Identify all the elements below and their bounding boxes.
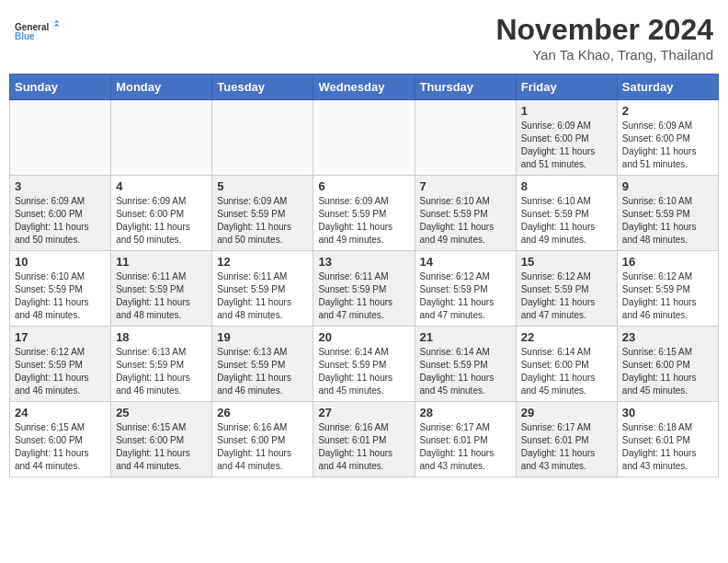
calendar-cell: 11Sunrise: 6:11 AM Sunset: 5:59 PM Dayli…: [111, 251, 212, 327]
week-row-1: 1Sunrise: 6:09 AM Sunset: 6:00 PM Daylig…: [10, 100, 719, 176]
calendar-cell: 2Sunrise: 6:09 AM Sunset: 6:00 PM Daylig…: [617, 100, 718, 176]
day-info: Sunrise: 6:12 AM Sunset: 5:59 PM Dayligh…: [15, 346, 106, 397]
calendar-cell: 6Sunrise: 6:09 AM Sunset: 5:59 PM Daylig…: [313, 176, 415, 251]
calendar-cell: 13Sunrise: 6:11 AM Sunset: 5:59 PM Dayli…: [313, 251, 415, 327]
day-info: Sunrise: 6:10 AM Sunset: 5:59 PM Dayligh…: [521, 195, 612, 247]
day-info: Sunrise: 6:13 AM Sunset: 5:59 PM Dayligh…: [116, 346, 207, 397]
day-info: Sunrise: 6:09 AM Sunset: 5:59 PM Dayligh…: [318, 195, 409, 247]
calendar-cell: 15Sunrise: 6:12 AM Sunset: 5:59 PM Dayli…: [516, 251, 617, 327]
day-info: Sunrise: 6:09 AM Sunset: 6:00 PM Dayligh…: [622, 120, 713, 171]
day-info: Sunrise: 6:10 AM Sunset: 5:59 PM Dayligh…: [15, 270, 106, 322]
day-number: 6: [318, 179, 409, 193]
logo: General Blue: [15, 13, 61, 52]
calendar-cell: 28Sunrise: 6:17 AM Sunset: 6:01 PM Dayli…: [415, 402, 516, 477]
day-info: Sunrise: 6:14 AM Sunset: 5:59 PM Dayligh…: [420, 346, 511, 397]
day-info: Sunrise: 6:09 AM Sunset: 5:59 PM Dayligh…: [217, 195, 308, 247]
day-number: 22: [521, 330, 612, 344]
day-info: Sunrise: 6:12 AM Sunset: 5:59 PM Dayligh…: [420, 270, 511, 322]
day-info: Sunrise: 6:11 AM Sunset: 5:59 PM Dayligh…: [318, 270, 409, 322]
day-info: Sunrise: 6:10 AM Sunset: 5:59 PM Dayligh…: [420, 195, 511, 247]
day-info: Sunrise: 6:14 AM Sunset: 6:00 PM Dayligh…: [521, 346, 612, 397]
calendar-cell: 3Sunrise: 6:09 AM Sunset: 6:00 PM Daylig…: [10, 176, 111, 251]
header-monday: Monday: [111, 75, 212, 100]
day-number: 15: [521, 255, 612, 269]
calendar-cell: 19Sunrise: 6:13 AM Sunset: 5:59 PM Dayli…: [212, 327, 313, 402]
day-number: 12: [217, 255, 308, 269]
day-number: 26: [217, 406, 308, 419]
day-info: Sunrise: 6:18 AM Sunset: 6:01 PM Dayligh…: [622, 421, 713, 473]
day-info: Sunrise: 6:09 AM Sunset: 6:00 PM Dayligh…: [521, 120, 612, 171]
week-row-5: 24Sunrise: 6:15 AM Sunset: 6:00 PM Dayli…: [10, 402, 719, 477]
calendar-cell: 9Sunrise: 6:10 AM Sunset: 5:59 PM Daylig…: [617, 176, 718, 251]
calendar-cell: 4Sunrise: 6:09 AM Sunset: 6:00 PM Daylig…: [111, 176, 212, 251]
day-info: Sunrise: 6:10 AM Sunset: 5:59 PM Dayligh…: [622, 195, 713, 247]
day-number: 18: [116, 330, 207, 344]
day-number: 7: [420, 179, 511, 193]
calendar-cell: [313, 100, 415, 176]
calendar-table: SundayMondayTuesdayWednesdayThursdayFrid…: [9, 74, 719, 477]
day-info: Sunrise: 6:12 AM Sunset: 5:59 PM Dayligh…: [521, 270, 612, 322]
day-number: 9: [622, 179, 713, 193]
day-number: 30: [622, 406, 713, 419]
day-info: Sunrise: 6:12 AM Sunset: 5:59 PM Dayligh…: [622, 270, 713, 322]
calendar-cell: [212, 100, 313, 176]
day-number: 19: [217, 330, 308, 344]
day-number: 2: [622, 104, 713, 118]
day-number: 27: [318, 406, 409, 419]
week-row-4: 17Sunrise: 6:12 AM Sunset: 5:59 PM Dayli…: [10, 327, 719, 402]
calendar-cell: 16Sunrise: 6:12 AM Sunset: 5:59 PM Dayli…: [617, 251, 718, 327]
day-number: 16: [622, 255, 713, 269]
month-title: November 2024: [495, 13, 713, 47]
day-number: 3: [15, 179, 106, 193]
calendar-cell: [415, 100, 516, 176]
day-info: Sunrise: 6:09 AM Sunset: 6:00 PM Dayligh…: [116, 195, 207, 247]
day-number: 8: [521, 179, 612, 193]
calendar-cell: 12Sunrise: 6:11 AM Sunset: 5:59 PM Dayli…: [212, 251, 313, 327]
svg-text:General: General: [15, 22, 49, 32]
week-row-3: 10Sunrise: 6:10 AM Sunset: 5:59 PM Dayli…: [10, 251, 719, 327]
calendar-cell: 27Sunrise: 6:16 AM Sunset: 6:01 PM Dayli…: [313, 402, 415, 477]
logo-svg: General Blue: [15, 13, 61, 52]
title-section: November 2024 Yan Ta Khao, Trang, Thaila…: [495, 13, 713, 63]
calendar-cell: 22Sunrise: 6:14 AM Sunset: 6:00 PM Dayli…: [516, 327, 617, 402]
calendar-cell: 23Sunrise: 6:15 AM Sunset: 6:00 PM Dayli…: [617, 327, 718, 402]
day-info: Sunrise: 6:13 AM Sunset: 5:59 PM Dayligh…: [217, 346, 308, 397]
day-number: 17: [15, 330, 106, 344]
calendar-cell: 20Sunrise: 6:14 AM Sunset: 5:59 PM Dayli…: [313, 327, 415, 402]
calendar-header-row: SundayMondayTuesdayWednesdayThursdayFrid…: [10, 75, 719, 100]
header-saturday: Saturday: [617, 75, 718, 100]
day-info: Sunrise: 6:17 AM Sunset: 6:01 PM Dayligh…: [521, 421, 612, 473]
day-info: Sunrise: 6:15 AM Sunset: 6:00 PM Dayligh…: [15, 421, 106, 473]
svg-text:Blue: Blue: [15, 31, 35, 41]
calendar-cell: 8Sunrise: 6:10 AM Sunset: 5:59 PM Daylig…: [516, 176, 617, 251]
calendar-cell: 30Sunrise: 6:18 AM Sunset: 6:01 PM Dayli…: [617, 402, 718, 477]
calendar-cell: 25Sunrise: 6:15 AM Sunset: 6:00 PM Dayli…: [111, 402, 212, 477]
day-number: 24: [15, 406, 106, 419]
day-number: 29: [521, 406, 612, 419]
day-number: 28: [420, 406, 511, 419]
header-friday: Friday: [516, 75, 617, 100]
calendar-cell: [111, 100, 212, 176]
calendar-cell: 7Sunrise: 6:10 AM Sunset: 5:59 PM Daylig…: [415, 176, 516, 251]
calendar-cell: 26Sunrise: 6:16 AM Sunset: 6:00 PM Dayli…: [212, 402, 313, 477]
day-info: Sunrise: 6:15 AM Sunset: 6:00 PM Dayligh…: [116, 421, 207, 473]
calendar-cell: 29Sunrise: 6:17 AM Sunset: 6:01 PM Dayli…: [516, 402, 617, 477]
day-number: 14: [420, 255, 511, 269]
svg-marker-3: [54, 24, 60, 27]
day-info: Sunrise: 6:16 AM Sunset: 6:00 PM Dayligh…: [217, 421, 308, 473]
day-info: Sunrise: 6:11 AM Sunset: 5:59 PM Dayligh…: [116, 270, 207, 322]
day-number: 20: [318, 330, 409, 344]
day-number: 23: [622, 330, 713, 344]
day-number: 4: [116, 179, 207, 193]
day-number: 1: [521, 104, 612, 118]
header-sunday: Sunday: [10, 75, 111, 100]
calendar-cell: 10Sunrise: 6:10 AM Sunset: 5:59 PM Dayli…: [10, 251, 111, 327]
header-wednesday: Wednesday: [313, 75, 415, 100]
calendar-cell: 14Sunrise: 6:12 AM Sunset: 5:59 PM Dayli…: [415, 251, 516, 327]
calendar-cell: [10, 100, 111, 176]
day-info: Sunrise: 6:11 AM Sunset: 5:59 PM Dayligh…: [217, 270, 308, 322]
week-row-2: 3Sunrise: 6:09 AM Sunset: 6:00 PM Daylig…: [10, 176, 719, 251]
day-number: 10: [15, 255, 106, 269]
day-number: 21: [420, 330, 511, 344]
page-header: General Blue November 2024 Yan Ta Khao, …: [9, 9, 719, 66]
